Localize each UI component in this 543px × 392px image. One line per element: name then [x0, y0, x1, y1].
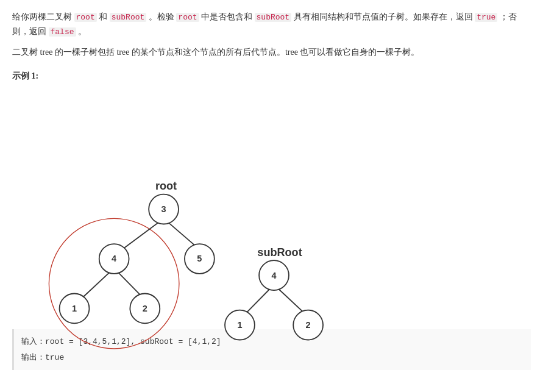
code-tree-2: tree: [116, 48, 129, 57]
node-s1-label: 1: [237, 320, 242, 330]
code-subroot-1: subRoot: [110, 13, 147, 22]
code-false: false: [49, 27, 76, 37]
output-line: 输出：true: [21, 350, 523, 366]
code-subroot-2: subRoot: [255, 13, 292, 22]
code-true: true: [475, 13, 497, 22]
io-block: 输入：root = [3,4,5,1,2], subRoot = [4,1,2]…: [12, 329, 531, 370]
code-root-1: root: [74, 13, 97, 22]
code-tree-3: tree: [285, 48, 298, 57]
node-r4-label: 4: [112, 254, 116, 263]
output-label: 输出：true: [21, 353, 64, 362]
code-root-2: root: [176, 13, 199, 22]
node-r2-label: 2: [143, 304, 147, 313]
diagram-area: root subRoot 3 4 5 1 2 4 1 2: [12, 88, 530, 319]
input-label: 输入：root = [3,4,5,1,2], subRoot = [4,1,2]: [21, 337, 221, 346]
node-s4-label: 4: [272, 271, 277, 280]
node-r5-label: 5: [197, 254, 202, 263]
root-tree-label: root: [155, 180, 177, 192]
subroot-label: subRoot: [257, 246, 302, 258]
input-line: 输入：root = [3,4,5,1,2], subRoot = [4,1,2]: [21, 334, 523, 350]
tree-diagram: root subRoot 3 4 5 1 2 4 1 2: [12, 88, 530, 319]
node-r1-label: 1: [72, 304, 77, 313]
code-tree-1: tree: [40, 48, 53, 57]
example-label: 示例 1:: [12, 71, 531, 82]
node-r3-label: 3: [161, 204, 166, 214]
description-1: 给你两棵二叉树 root 和 subRoot 。检验 root 中是否包含和 s…: [12, 10, 531, 39]
node-s2-label: 2: [306, 320, 311, 330]
description-2: 二叉树 tree 的一棵子树包括 tree 的某个节点和这个节点的所有后代节点。…: [12, 45, 531, 60]
